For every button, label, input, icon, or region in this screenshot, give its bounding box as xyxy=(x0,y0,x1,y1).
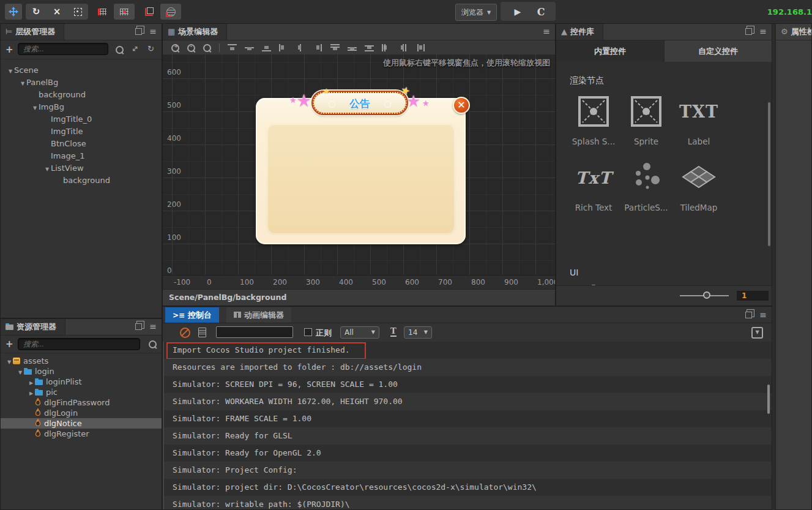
tree-arrow-icon[interactable]: ▼ xyxy=(31,102,39,114)
node-label: Image_1 xyxy=(51,151,85,160)
library-item-Rich Text[interactable]: TxTRich Text xyxy=(567,160,620,212)
panel-menu-icon[interactable]: ≡ xyxy=(759,28,767,35)
asset-label: dlgFindPassword xyxy=(44,398,110,407)
hierarchy-node-background[interactable]: background xyxy=(1,89,162,101)
slider-thumb[interactable] xyxy=(703,291,710,299)
hierarchy-node-ListView[interactable]: ▼ListView xyxy=(1,162,162,174)
tree-arrow-icon[interactable]: ▼ xyxy=(7,66,14,78)
corner-anchor-toggle[interactable] xyxy=(140,4,158,20)
rect-tool-icon[interactable] xyxy=(67,8,88,16)
scene-canvas[interactable]: 使用鼠标右键平移视窗焦点，使用滚轮缩放视图 600500400300200100… xyxy=(163,54,555,289)
distribute-top-icon[interactable] xyxy=(330,44,340,51)
panel-menu-icon[interactable]: ≡ xyxy=(543,28,550,35)
refresh-hierarchy-icon[interactable]: ↻ xyxy=(147,44,154,53)
tree-arrow-icon[interactable]: ▼ xyxy=(19,78,26,90)
asset-node-dlgFindPassword[interactable]: dlgFindPassword xyxy=(1,397,162,408)
library-item-Sprite[interactable]: Sprite xyxy=(620,94,672,146)
hierarchy-node-ImgBg[interactable]: ▼ImgBg xyxy=(1,101,162,113)
library-item-Label[interactable]: TXTLabel xyxy=(672,94,725,146)
chevron-down-icon: ▼ xyxy=(487,10,491,15)
distribute-hcenter-icon[interactable] xyxy=(399,44,408,51)
asset-node-pic[interactable]: ▶pic xyxy=(1,387,162,397)
asset-node-dlgLogin[interactable]: dlgLogin xyxy=(1,408,162,418)
tree-arrow-icon[interactable]: ▼ xyxy=(43,163,51,176)
hierarchy-node-PanelBg[interactable]: ▼PanelBg xyxy=(1,77,162,89)
library-item-ParticleS...[interactable]: ParticleS... xyxy=(620,160,672,212)
rotate-tool-icon[interactable]: ↻ xyxy=(26,6,47,17)
tab-custom-controls[interactable]: 自定义控件 xyxy=(664,40,772,62)
console-filter-input[interactable] xyxy=(216,326,293,338)
hierarchy-search-input[interactable] xyxy=(18,43,108,55)
expand-all-icon[interactable]: ↔ xyxy=(129,43,140,54)
regex-checkbox[interactable] xyxy=(304,328,312,336)
asset-node-dlgRegister[interactable]: dlgRegister xyxy=(1,429,162,439)
align-right-icon[interactable] xyxy=(313,44,322,51)
float-panel-icon[interactable] xyxy=(135,323,142,330)
float-panel-icon[interactable] xyxy=(135,28,142,35)
distribute-left-icon[interactable] xyxy=(382,44,391,51)
pivot-snap-toggle[interactable] xyxy=(114,4,135,20)
tab-assets[interactable]: 资源管理器 xyxy=(1,319,65,335)
asset-node-loginPlist[interactable]: ▶loginPlist xyxy=(1,377,162,387)
hierarchy-node-Image_1[interactable]: Image_1 xyxy=(1,150,162,162)
distribute-vcenter-icon[interactable] xyxy=(348,44,357,51)
float-panel-icon[interactable] xyxy=(745,312,752,318)
notice-dialog-preview[interactable]: 公告 ★ ★ ★ ★ ★ ★ xyxy=(256,98,466,244)
tab-console[interactable]: >≡控制台 xyxy=(165,307,219,323)
search-icon[interactable] xyxy=(116,46,124,56)
search-icon[interactable] xyxy=(149,340,157,350)
preview-target-dropdown[interactable]: 浏览器 ▼ xyxy=(455,4,497,21)
library-scrollbar[interactable] xyxy=(768,102,770,246)
distribute-right-icon[interactable] xyxy=(416,44,425,51)
hierarchy-node-ImgTitle_0[interactable]: ImgTitle_0 xyxy=(1,113,162,126)
asset-node-login[interactable]: ▼login xyxy=(1,366,162,377)
hierarchy-node-BtnClose[interactable]: BtnClose xyxy=(1,138,162,150)
move-tool-icon[interactable] xyxy=(5,4,22,20)
tab-control-library[interactable]: ▲控件库 xyxy=(556,24,603,40)
console-scrollbar[interactable] xyxy=(767,384,770,414)
grid-snap-toggle[interactable] xyxy=(93,4,111,20)
clear-console-icon[interactable] xyxy=(180,328,190,338)
font-size-dropdown[interactable]: 14▼ xyxy=(404,326,432,339)
assets-search-input[interactable] xyxy=(18,338,140,350)
align-bottom-icon[interactable] xyxy=(262,44,271,51)
align-left-icon[interactable] xyxy=(279,44,288,51)
panel-menu-icon[interactable]: ≡ xyxy=(149,28,157,35)
notice-dialog-close-button[interactable]: ✕ xyxy=(453,97,470,114)
log-row: Simulator: project dir: D:\CocosCreator\… xyxy=(164,479,772,496)
collapse-logs-icon[interactable]: ▼ xyxy=(751,327,763,339)
create-asset-button[interactable]: + xyxy=(6,339,13,350)
align-center-icon[interactable] xyxy=(296,44,305,51)
panel-menu-icon[interactable]: ≡ xyxy=(149,323,157,330)
tab-animation-editor[interactable]: 动画编辑器 xyxy=(226,307,291,323)
log-text: Simulator: Project Config: xyxy=(173,465,297,474)
log-level-dropdown[interactable]: All▼ xyxy=(340,326,379,339)
tab-hierarchy[interactable]: ⊨层级管理器 xyxy=(1,24,64,40)
open-log-file-icon[interactable] xyxy=(198,328,206,337)
distribute-bottom-icon[interactable] xyxy=(365,44,374,51)
create-node-button[interactable]: + xyxy=(6,44,13,55)
wireframe-toggle[interactable] xyxy=(160,4,181,20)
tab-builtin-controls[interactable]: 内置控件 xyxy=(556,40,664,62)
library-item-Splash S...[interactable]: Splash S... xyxy=(567,94,620,146)
library-zoom-slider[interactable] xyxy=(680,295,729,296)
scene-hint-text: 使用鼠标右键平移视窗焦点，使用滚轮缩放视图 xyxy=(383,58,550,69)
align-top-icon[interactable] xyxy=(228,44,237,51)
align-middle-icon[interactable] xyxy=(245,44,254,51)
zoom-reset-icon[interactable] xyxy=(203,44,211,52)
library-item-TiledMap[interactable]: TiledMap xyxy=(672,160,725,212)
hierarchy-node-ImgTitle[interactable]: ImgTitle xyxy=(1,126,162,138)
panel-menu-icon[interactable]: ≡ xyxy=(759,311,767,318)
float-panel-icon[interactable] xyxy=(745,28,752,35)
zoom-out-icon[interactable]: - xyxy=(187,44,195,52)
asset-node-dlgNotice[interactable]: dlgNotice xyxy=(1,418,162,429)
play-button[interactable]: ▶ xyxy=(510,4,525,20)
hierarchy-node-Scene[interactable]: ▼Scene xyxy=(1,64,162,77)
scale-tool-icon[interactable]: × xyxy=(47,6,67,17)
notice-dialog-content-area[interactable] xyxy=(266,123,456,235)
tab-scene-editor[interactable]: ▦场景编辑器 xyxy=(163,24,227,40)
refresh-preview-button[interactable]: C xyxy=(534,4,548,20)
asset-node-assets[interactable]: ▼assets xyxy=(1,356,162,366)
hierarchy-node-background[interactable]: background xyxy=(1,174,162,187)
zoom-in-icon[interactable]: + xyxy=(171,44,179,52)
